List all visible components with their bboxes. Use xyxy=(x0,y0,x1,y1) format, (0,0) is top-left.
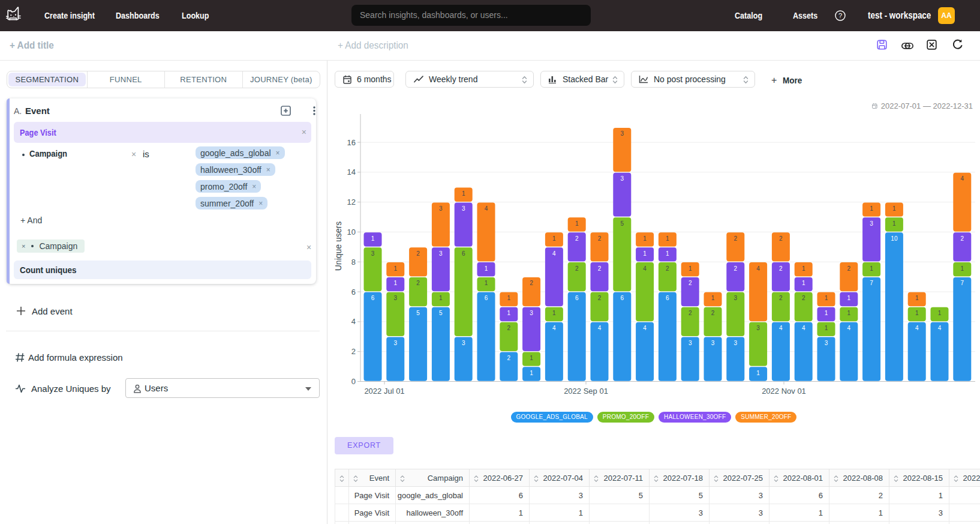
svg-text:1: 1 xyxy=(825,295,828,301)
svg-text:2: 2 xyxy=(779,295,783,301)
svg-text:3: 3 xyxy=(825,340,828,346)
svg-text:1: 1 xyxy=(756,370,760,376)
svg-text:2: 2 xyxy=(711,310,715,316)
svg-text:2: 2 xyxy=(689,310,692,316)
svg-text:4: 4 xyxy=(802,325,805,331)
svg-text:6: 6 xyxy=(666,295,669,301)
svg-text:1: 1 xyxy=(666,250,669,257)
svg-text:1: 1 xyxy=(371,235,375,242)
svg-text:2: 2 xyxy=(734,265,738,272)
svg-text:3: 3 xyxy=(439,250,443,257)
svg-text:3: 3 xyxy=(462,205,465,212)
svg-text:2: 2 xyxy=(779,235,783,242)
svg-text:3: 3 xyxy=(870,220,873,227)
svg-text:7: 7 xyxy=(870,280,873,286)
svg-text:6: 6 xyxy=(351,288,356,297)
svg-text:2: 2 xyxy=(530,280,533,286)
svg-text:3: 3 xyxy=(394,295,398,301)
svg-text:1: 1 xyxy=(961,265,964,272)
svg-text:1: 1 xyxy=(847,295,851,301)
svg-text:4: 4 xyxy=(961,175,964,182)
svg-text:1: 1 xyxy=(870,265,873,272)
svg-text:2: 2 xyxy=(507,355,511,361)
svg-text:1: 1 xyxy=(802,280,805,286)
svg-text:2: 2 xyxy=(734,235,738,242)
svg-text:4: 4 xyxy=(351,317,356,326)
svg-text:1: 1 xyxy=(825,325,828,331)
svg-text:12: 12 xyxy=(347,197,356,206)
svg-text:2: 2 xyxy=(689,280,692,286)
svg-text:6: 6 xyxy=(485,295,488,301)
svg-text:4: 4 xyxy=(552,325,556,331)
svg-text:1: 1 xyxy=(711,295,715,301)
svg-text:1: 1 xyxy=(915,295,919,301)
svg-text:1: 1 xyxy=(439,295,443,301)
svg-text:1: 1 xyxy=(575,220,579,227)
svg-text:1: 1 xyxy=(870,205,873,212)
svg-text:1: 1 xyxy=(689,265,692,272)
svg-text:1: 1 xyxy=(802,265,805,272)
svg-text:6: 6 xyxy=(575,295,579,301)
svg-text:1: 1 xyxy=(552,310,556,316)
svg-text:4: 4 xyxy=(643,325,647,331)
svg-text:1: 1 xyxy=(847,310,851,316)
svg-text:1: 1 xyxy=(643,250,647,257)
svg-text:8: 8 xyxy=(351,257,356,267)
svg-text:3: 3 xyxy=(621,175,624,182)
svg-text:3: 3 xyxy=(711,340,715,346)
svg-text:2022 Sep 01: 2022 Sep 01 xyxy=(564,387,608,396)
svg-text:3: 3 xyxy=(462,340,465,346)
svg-text:3: 3 xyxy=(734,340,738,346)
svg-text:?: ? xyxy=(838,12,842,19)
svg-text:5: 5 xyxy=(439,310,443,316)
svg-text:1: 1 xyxy=(485,265,488,272)
svg-text:1: 1 xyxy=(892,220,896,227)
svg-text:2: 2 xyxy=(598,235,602,242)
svg-text:1: 1 xyxy=(825,310,828,316)
svg-text:3: 3 xyxy=(530,310,533,316)
svg-text:6: 6 xyxy=(462,250,465,257)
svg-text:2: 2 xyxy=(847,265,851,272)
svg-text:4: 4 xyxy=(643,265,647,272)
svg-text:4: 4 xyxy=(915,325,919,331)
svg-text:6: 6 xyxy=(621,295,624,301)
svg-text:2: 2 xyxy=(961,235,964,242)
svg-text:4: 4 xyxy=(847,325,851,331)
svg-text:1: 1 xyxy=(394,280,398,286)
svg-text:1: 1 xyxy=(394,265,398,272)
svg-text:1: 1 xyxy=(892,205,896,212)
svg-text:16: 16 xyxy=(347,138,356,147)
svg-text:3: 3 xyxy=(734,295,738,301)
svg-text:1: 1 xyxy=(938,310,942,316)
svg-text:2: 2 xyxy=(779,265,783,272)
svg-text:2: 2 xyxy=(598,295,602,301)
svg-text:2: 2 xyxy=(575,235,579,242)
svg-text:4: 4 xyxy=(485,205,488,212)
svg-text:3: 3 xyxy=(439,205,443,212)
svg-text:2022 Nov 01: 2022 Nov 01 xyxy=(762,387,806,396)
svg-text:1: 1 xyxy=(530,370,533,376)
svg-text:1: 1 xyxy=(507,310,511,316)
svg-text:4: 4 xyxy=(779,325,783,331)
svg-text:6: 6 xyxy=(371,295,375,301)
svg-text:3: 3 xyxy=(371,250,375,257)
svg-text:4: 4 xyxy=(756,265,760,272)
svg-text:14: 14 xyxy=(347,167,356,176)
svg-text:1: 1 xyxy=(530,355,533,361)
svg-text:2: 2 xyxy=(575,265,579,272)
svg-text:2: 2 xyxy=(416,280,420,286)
svg-text:2: 2 xyxy=(802,295,805,301)
svg-text:1: 1 xyxy=(666,235,669,242)
svg-text:2: 2 xyxy=(351,347,356,356)
svg-text:1: 1 xyxy=(552,235,556,242)
svg-text:2: 2 xyxy=(507,325,511,331)
svg-text:10: 10 xyxy=(891,235,898,242)
svg-text:2: 2 xyxy=(416,250,420,257)
svg-text:1: 1 xyxy=(462,190,465,197)
svg-text:1: 1 xyxy=(643,235,647,242)
svg-text:2022 Jul 01: 2022 Jul 01 xyxy=(364,387,404,396)
svg-text:3: 3 xyxy=(756,325,760,331)
svg-text:3: 3 xyxy=(394,340,398,346)
svg-text:Unique users: Unique users xyxy=(333,221,343,271)
svg-text:1: 1 xyxy=(485,280,488,286)
